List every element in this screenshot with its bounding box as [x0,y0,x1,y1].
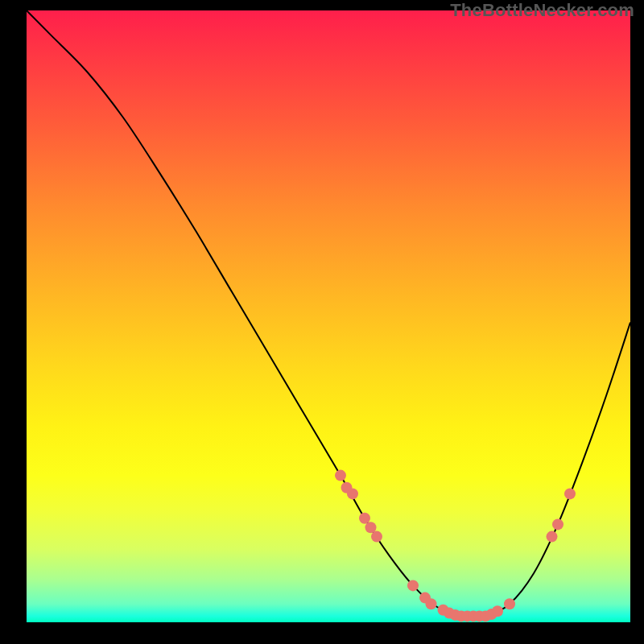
data-marker [371,531,382,543]
marker-group [335,470,576,622]
data-marker [365,522,377,533]
chart-svg [27,10,630,622]
data-marker [552,518,564,530]
data-marker [335,470,346,481]
chart-container [27,10,630,622]
bottleneck-curve [27,10,630,617]
data-marker [504,598,515,609]
data-marker [347,488,358,499]
watermark-text: TheBottleNecker.com [450,0,634,21]
data-marker [564,488,576,499]
data-marker [407,580,419,591]
data-marker [359,513,370,524]
data-marker [547,531,558,543]
data-marker [492,605,503,617]
data-marker [426,598,437,609]
